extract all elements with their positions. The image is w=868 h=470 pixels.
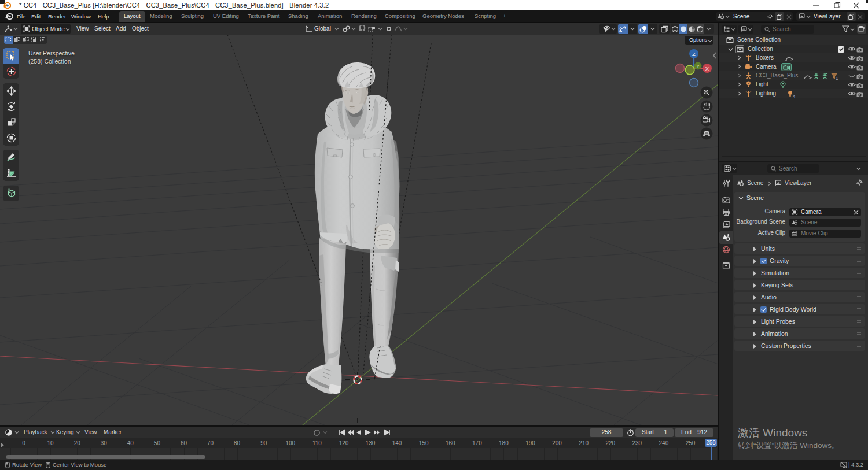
- svg-text:Y: Y: [696, 64, 700, 69]
- svg-text:Z: Z: [692, 51, 696, 57]
- svg-text:X: X: [705, 65, 709, 72]
